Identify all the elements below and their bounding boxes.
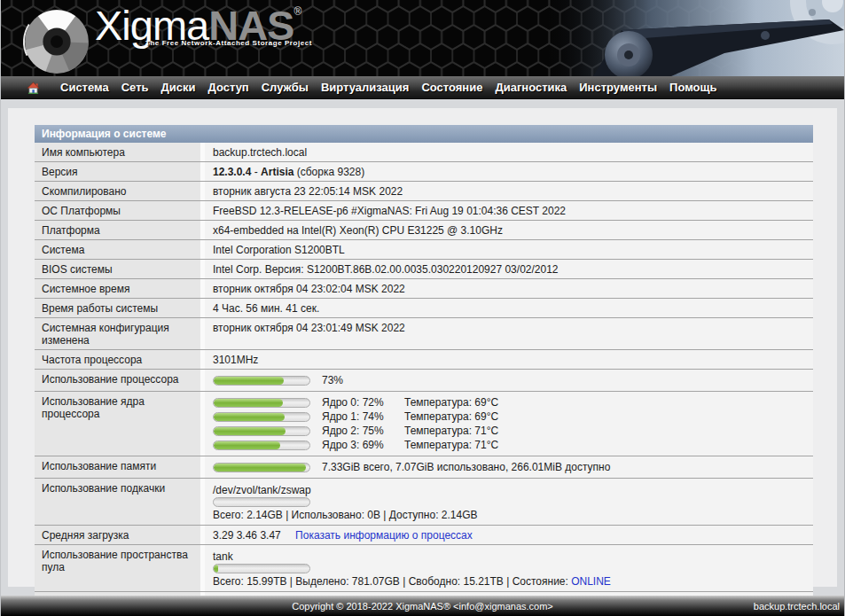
row-system-time: Системное время вторник октября 04 23:02… (35, 279, 813, 299)
menu-item-diagnostics[interactable]: Диагностика (489, 81, 573, 94)
core3-usage: Ядро 3: 69% (322, 439, 404, 451)
row-label: Использование пространства пула (35, 545, 200, 591)
menu-item-services[interactable]: Службы (255, 81, 315, 94)
memory-usage-text: 7.33GiB всего, 7.07GiB использовано, 266… (322, 461, 610, 473)
row-bios: BIOS системы Intel Corp. Версия: S1200BT… (35, 260, 813, 279)
menu-item-tools[interactable]: Инструменты (573, 81, 663, 94)
row-value: 3101MHz (205, 350, 813, 369)
row-uptime: Время работы системы 4 Час. 56 мин. 41 с… (35, 299, 813, 318)
core3-temp: Температура: 71°C (404, 439, 498, 451)
row-value: x64-embedded на Intel(R) Xeon(R) CPU E31… (205, 221, 813, 239)
row-value: вторник августа 23 22:05:14 MSK 2022 (205, 182, 813, 200)
footer-bar: Copyright © 2018-2022 XigmaNAS® <info@xi… (1, 596, 844, 616)
row-label: ОС Платформы (35, 201, 200, 220)
row-label: Средняя загрузка (35, 526, 200, 544)
row-value: вторник октября 04 23:02:04 MSK 2022 (205, 279, 813, 298)
header-banner: XigmaNAS® The Free Network-Attached Stor… (1, 0, 844, 76)
row-swap-usage: Использование подкачки /dev/zvol/tank/zs… (35, 479, 813, 526)
row-label: Использование памяти (35, 456, 200, 478)
row-pool-usage: Использование пространства пула tank Все… (35, 545, 813, 592)
xigmanas-page: XigmaNAS® The Free Network-Attached Stor… (0, 0, 845, 616)
copyright-text: Copyright © 2018-2022 XigmaNAS® <info@xi… (1, 601, 844, 612)
core0-usage: Ядро 0: 72% (322, 396, 404, 409)
row-compiled: Скомпилировано вторник августа 23 22:05:… (35, 182, 813, 201)
cpu-usage-bar (213, 376, 310, 386)
core2-temp: Температура: 71°C (404, 425, 498, 437)
row-label: Время работы системы (35, 299, 200, 317)
row-value: Intel Corp. Версия: S1200BT.86B.02.00.00… (205, 260, 813, 278)
content-area: Информация о системе Имя компьютера back… (1, 99, 844, 596)
menu-item-virtualization[interactable]: Виртуализация (315, 81, 415, 94)
table-title: Информация о системе (35, 125, 813, 143)
menu-item-disks[interactable]: Диски (155, 81, 202, 94)
system-info-table: Информация о системе Имя компьютера back… (35, 125, 813, 612)
pool-name: tank (213, 550, 805, 563)
menu-item-status[interactable]: Состояние (415, 81, 489, 94)
main-menu-bar: Система Сеть Диски Доступ Службы Виртуал… (1, 76, 844, 99)
row-label: Частота процессора (35, 350, 200, 369)
pool-status-link[interactable]: ONLINE (571, 575, 611, 588)
row-label: Использование ядра процессора (35, 392, 200, 456)
pool-stats: Всего: 15.99TB | Выделено: 781.07GB | Св… (213, 575, 571, 588)
pool-usage-bar (213, 564, 310, 573)
row-label: Система (35, 240, 200, 259)
row-memory-usage: Использование памяти 7.33GiB всего, 7.07… (35, 456, 813, 479)
load-average-values: 3.29 3.46 3.47 (213, 529, 281, 542)
swap-device: /dev/zvol/tank/zswap (213, 484, 805, 496)
row-value: 4 Час. 56 мин. 41 сек. (205, 299, 813, 317)
row-value: 12.3.0.4 - Artisia (сборка 9328) (205, 162, 813, 181)
menu-item-help[interactable]: Помощь (663, 81, 723, 94)
home-menu-item[interactable] (27, 82, 40, 94)
row-value: Intel Corporation S1200BTL (205, 240, 813, 259)
cpu-usage-percent: 73% (322, 374, 343, 386)
core0-usage-bar (213, 398, 310, 408)
version-codename: Artisia (261, 166, 293, 178)
row-label: Системное время (35, 279, 200, 298)
row-cpu-cores: Использование ядра процессора Ядро 0: 72… (35, 392, 813, 456)
core2-usage-bar (213, 426, 310, 436)
row-label: Использование подкачки (35, 479, 200, 525)
row-label: Системная конфигурация изменена (35, 318, 200, 349)
home-icon (27, 82, 40, 94)
content-panel: Информация о системе Имя компьютера back… (8, 108, 837, 587)
row-label: Скомпилировано (35, 182, 200, 200)
row-config-changed: Системная конфигурация изменена вторник … (35, 318, 813, 350)
row-cpu-usage: Использование процессора 73% (35, 370, 813, 392)
row-platform: Платформа x64-embedded на Intel(R) Xeon(… (35, 221, 813, 240)
row-value: вторник октября 04 23:01:49 MSK 2022 (205, 318, 813, 349)
core3-usage-bar (213, 441, 310, 450)
row-version: Версия 12.3.0.4 - Artisia (сборка 9328) (35, 162, 813, 182)
menu-item-network[interactable]: Сеть (115, 81, 155, 94)
core1-usage: Ядро 1: 74% (322, 410, 404, 423)
row-load-average: Средняя загрузка 3.29 3.46 3.47 Показать… (35, 526, 813, 545)
row-cpu-frequency: Частота процессора 3101MHz (35, 350, 813, 370)
row-os-platform: ОС Платформы FreeBSD 12.3-RELEASE-p6 #Xi… (35, 201, 813, 221)
memory-usage-bar (213, 463, 310, 472)
row-label: Платформа (35, 221, 200, 239)
swap-usage-bar (213, 497, 310, 507)
registered-mark: ® (293, 5, 301, 18)
core1-temp: Температура: 69°C (404, 410, 498, 423)
row-value: backup.trctech.local (205, 143, 813, 161)
row-system: Система Intel Corporation S1200BTL (35, 240, 813, 260)
show-processes-link[interactable]: Показать информацию о процессах (295, 529, 473, 542)
row-label: Имя компьютера (35, 143, 200, 161)
row-label: Использование процессора (35, 370, 200, 391)
menu-item-system[interactable]: Система (54, 81, 115, 94)
version-build: (сборка 9328) (293, 166, 364, 178)
xigmanas-logo: XigmaNAS® The Free Network-Attached Stor… (22, 4, 312, 76)
version-number: 12.3.0.4 (213, 166, 251, 178)
core0-temp: Температура: 69°C (404, 396, 498, 409)
row-label: Версия (35, 162, 200, 181)
hard-drive-image (547, 0, 844, 76)
swap-stats: Всего: 2.14GB | Использовано: 0B | Досту… (213, 509, 805, 521)
core2-usage: Ядро 2: 75% (322, 425, 404, 437)
wordmark: XigmaNAS® The Free Network-Attached Stor… (95, 4, 312, 47)
xigmanas-disc-icon (22, 7, 91, 76)
footer-hostname: backup.trctech.local (754, 601, 840, 612)
row-hostname: Имя компьютера backup.trctech.local (35, 143, 813, 162)
menu-item-access[interactable]: Доступ (202, 81, 255, 94)
row-value: FreeBSD 12.3-RELEASE-p6 #XigmaNAS: Fri A… (205, 201, 813, 220)
core1-usage-bar (213, 412, 310, 422)
row-label: BIOS системы (35, 260, 200, 278)
